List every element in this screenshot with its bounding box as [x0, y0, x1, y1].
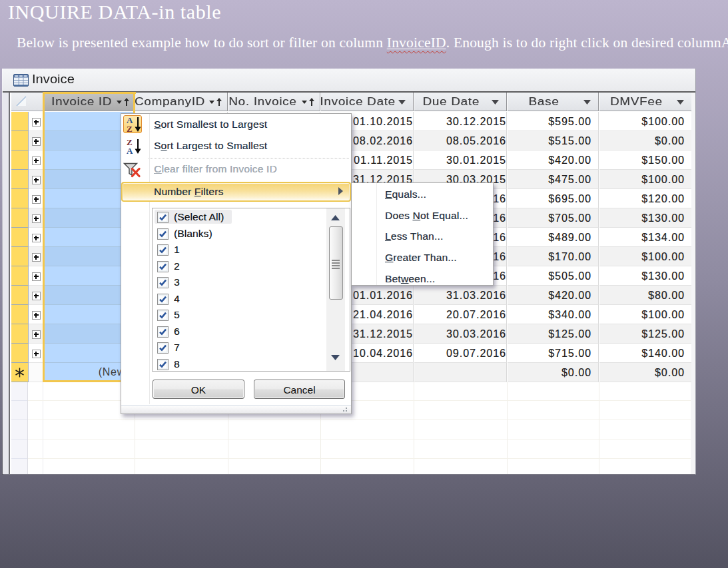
svg-text:Z: Z — [127, 124, 133, 133]
svg-text:A: A — [127, 146, 133, 154]
